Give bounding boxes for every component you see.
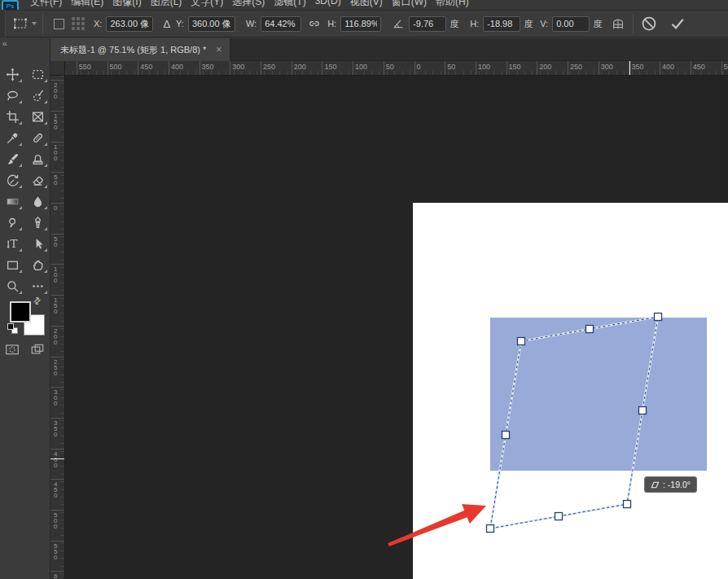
menu-item-9[interactable]: 窗口(W) xyxy=(392,0,427,9)
marquee-tool[interactable] xyxy=(25,64,50,85)
skew-angle-value: : -19.0° xyxy=(663,480,691,489)
zoom-tool[interactable] xyxy=(0,275,25,296)
ruler-label: 350 xyxy=(631,63,643,71)
hand-tool[interactable] xyxy=(25,254,50,275)
ruler-label: 6 0 0 xyxy=(54,573,57,579)
eraser-tool[interactable] xyxy=(25,169,50,191)
document-tab[interactable]: 未标题-1 @ 75.1% (矩形 1, RGB/8) * × xyxy=(50,38,230,61)
collapse-panel-icon[interactable]: « xyxy=(2,39,7,48)
rectangle-icon xyxy=(6,258,20,272)
ruler-tick xyxy=(537,61,537,76)
link-dimensions-icon[interactable] xyxy=(308,17,321,30)
document-tab-title: 未标题-1 @ 75.1% (矩形 1, RGB/8) * xyxy=(60,44,206,56)
ruler-tick xyxy=(50,418,65,419)
svg-text:T: T xyxy=(11,238,18,250)
toolbar: T ⇄ xyxy=(0,61,50,579)
blue-rectangle-shape[interactable] xyxy=(490,318,707,471)
y-label: Y: xyxy=(176,19,184,29)
cancel-transform-button[interactable] xyxy=(641,15,657,32)
menu-item-2[interactable]: 图像(I) xyxy=(112,0,141,9)
ruler-tick xyxy=(77,61,77,76)
ruler-tick xyxy=(322,61,322,76)
y-input[interactable] xyxy=(188,16,235,32)
skew-angle-tooltip: : -19.0° xyxy=(644,476,697,493)
healing-brush-tool[interactable] xyxy=(25,127,50,148)
frame-tool[interactable] xyxy=(25,106,50,127)
ruler-tick xyxy=(599,61,599,76)
menu-item-3[interactable]: 图层(L) xyxy=(151,0,182,9)
menu-item-0[interactable]: 文件(F) xyxy=(30,0,62,9)
reference-point-toggle[interactable] xyxy=(54,19,64,29)
horizontal-ruler[interactable]: 5505004504003503002502001501005005010015… xyxy=(65,61,728,76)
ruler-tick xyxy=(50,295,65,296)
menu-item-10[interactable]: 帮助(H) xyxy=(436,0,469,9)
vertical-ruler[interactable]: 2 0 01 5 01 0 05 005 01 0 01 5 02 0 02 5… xyxy=(50,76,65,579)
ruler-tick xyxy=(230,61,230,76)
blur-tool[interactable] xyxy=(25,191,50,212)
vskew-input[interactable] xyxy=(552,16,590,32)
mouse-position-tick xyxy=(50,458,65,459)
menu-item-1[interactable]: 编辑(E) xyxy=(71,0,103,9)
dodge-tool[interactable] xyxy=(0,212,25,233)
rotate-input[interactable] xyxy=(409,16,446,32)
ruler-tick xyxy=(691,61,691,76)
menu-bar: Ps 文件(F)编辑(E)图像(I)图层(L)文字(Y)选择(S)滤镜(T)3D… xyxy=(0,0,728,10)
ruler-tick xyxy=(660,61,660,76)
rectangle-tool[interactable] xyxy=(0,254,25,275)
ruler-tick xyxy=(50,571,65,572)
quick-mask-icon[interactable] xyxy=(4,342,20,360)
x-input[interactable] xyxy=(106,16,153,32)
eyedropper-tool[interactable] xyxy=(0,127,25,148)
divider xyxy=(633,14,634,33)
menu-items: 文件(F)编辑(E)图像(I)图层(L)文字(Y)选择(S)滤镜(T)3D(D)… xyxy=(30,0,478,9)
history-brush-icon xyxy=(6,173,20,187)
ruler-origin-corner[interactable] xyxy=(50,61,65,76)
ruler-label: 5 0 xyxy=(54,236,57,248)
menu-item-7[interactable]: 3D(D) xyxy=(315,0,341,9)
history-brush-tool[interactable] xyxy=(0,169,25,191)
ruler-label: 100 xyxy=(478,63,490,71)
lasso-tool[interactable] xyxy=(0,85,25,106)
ruler-tick xyxy=(414,61,415,76)
reference-point-locator[interactable] xyxy=(72,17,85,30)
clone-stamp-tool[interactable] xyxy=(25,148,50,169)
menu-item-6[interactable]: 滤镜(T) xyxy=(274,0,305,9)
commit-transform-button[interactable] xyxy=(669,15,686,32)
frame-icon xyxy=(31,110,45,124)
close-icon[interactable]: × xyxy=(216,44,221,55)
free-transform-icon[interactable] xyxy=(12,16,29,31)
menu-item-5[interactable]: 选择(S) xyxy=(232,0,265,9)
width-input[interactable] xyxy=(261,16,301,32)
ruler-tick xyxy=(568,61,568,76)
gradient-tool[interactable] xyxy=(0,191,25,212)
default-colors-icon[interactable] xyxy=(7,323,19,335)
warp-mode-icon[interactable] xyxy=(611,17,625,31)
chevron-down-icon[interactable] xyxy=(32,22,37,25)
path-selection-tool[interactable] xyxy=(25,233,50,254)
ruler-label: 400 xyxy=(171,63,183,71)
ruler-tick xyxy=(50,203,65,204)
edit-toolbar[interactable] xyxy=(25,275,50,296)
type-tool[interactable]: T xyxy=(0,233,25,254)
brush-tool[interactable] xyxy=(0,148,25,169)
skew-icon xyxy=(651,481,660,489)
ruler-label: 4 5 0 xyxy=(54,481,57,498)
ruler-label: 300 xyxy=(232,63,244,71)
menu-item-4[interactable]: 文字(Y) xyxy=(191,0,223,9)
pen-tool[interactable] xyxy=(25,212,50,233)
rotate-unit: 度 xyxy=(450,18,458,30)
menu-item-8[interactable]: 视图(V) xyxy=(350,0,383,9)
ruler-label: 50 xyxy=(386,63,394,71)
ruler-tick xyxy=(445,61,445,76)
swap-colors-icon[interactable]: ⇄ xyxy=(31,295,44,308)
screen-mode-icon[interactable] xyxy=(29,342,46,360)
hskew-input[interactable] xyxy=(483,16,520,32)
height-input[interactable] xyxy=(340,16,381,32)
quick-selection-tool[interactable] xyxy=(25,85,50,106)
ruler-label: 400 xyxy=(662,63,674,71)
foreground-color-swatch[interactable] xyxy=(10,301,31,322)
crop-tool[interactable] xyxy=(0,106,25,127)
move-tool[interactable] xyxy=(0,64,25,85)
pasteboard[interactable] xyxy=(65,76,728,579)
delta-icon[interactable]: Δ xyxy=(163,18,170,30)
